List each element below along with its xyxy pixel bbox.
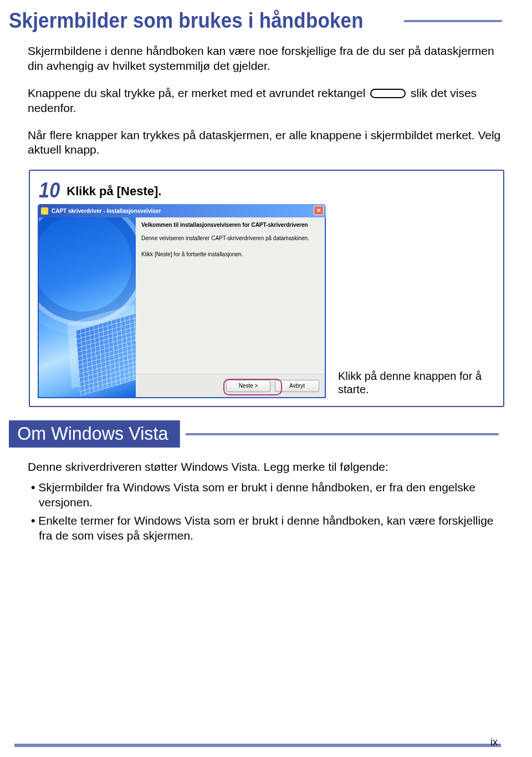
rounded-rectangle-icon — [370, 89, 406, 98]
wizard-side-graphic — [39, 217, 136, 397]
wizard-button-row: Neste > Avbryt — [136, 374, 325, 397]
intro-paragraph-2: Knappene du skal trykke på, er merket me… — [28, 86, 502, 116]
wizard-text-2: Klikk [Neste] for å fortsette installasj… — [141, 251, 319, 258]
window-titlebar: CAPT skriverdriver - Installasjonsveivis… — [38, 204, 326, 217]
callout-text: Klikk på denne knappen for å starte. — [338, 369, 488, 396]
step-number: 10 — [39, 180, 60, 201]
intro-paragraph-3: Når flere knapper kan trykkes på dataskj… — [28, 128, 502, 158]
heading-stripe-2 — [185, 433, 499, 435]
vista-content: Denne skriverdriveren støtter Windows Vi… — [28, 460, 502, 543]
wizard-content: Velkommen til installasjonsveiviseren fo… — [136, 217, 325, 397]
page-number: ix — [490, 736, 498, 748]
installer-window: CAPT skriverdriver - Installasjonsveivis… — [38, 204, 326, 398]
section-heading: Skjermbilder som brukes i håndboken — [9, 9, 502, 33]
intro-paragraph-1: Skjermbildene i denne håndboken kan være… — [28, 44, 502, 74]
close-icon: ✕ — [316, 207, 321, 214]
wizard-heading: Velkommen til installasjonsveiviseren fo… — [141, 222, 319, 228]
window-icon — [41, 207, 48, 215]
footer-rule — [14, 744, 501, 747]
intro-p2-pre: Knappene du skal trykke på, er merket me… — [28, 87, 369, 99]
heading-stripe — [403, 20, 503, 22]
wizard-text-1: Denne veiviseren installerer CAPT-skrive… — [141, 235, 319, 242]
section-heading-2: Om Windows Vista — [9, 420, 502, 448]
close-button[interactable]: ✕ — [314, 206, 324, 215]
window-title: CAPT skriverdriver - Installasjonsveivis… — [52, 208, 161, 214]
vista-bullet-2: Enkelte termer for Windows Vista som er … — [31, 514, 502, 543]
cancel-button[interactable]: Avbryt — [275, 380, 319, 392]
vista-bullet-1: Skjermbilder fra Windows Vista som er br… — [31, 480, 502, 510]
heading-text: Skjermbilder som brukes i håndboken — [9, 9, 364, 33]
example-box: 10 Klikk på [Neste]. CAPT skriverdriver … — [29, 170, 504, 407]
step-label: Klikk på [Neste]. — [66, 184, 161, 201]
vista-lead: Denne skriverdriveren støtter Windows Vi… — [28, 460, 502, 475]
next-button[interactable]: Neste > — [226, 380, 270, 392]
page-footer: ix — [0, 744, 532, 747]
heading-text-2: Om Windows Vista — [9, 420, 180, 448]
